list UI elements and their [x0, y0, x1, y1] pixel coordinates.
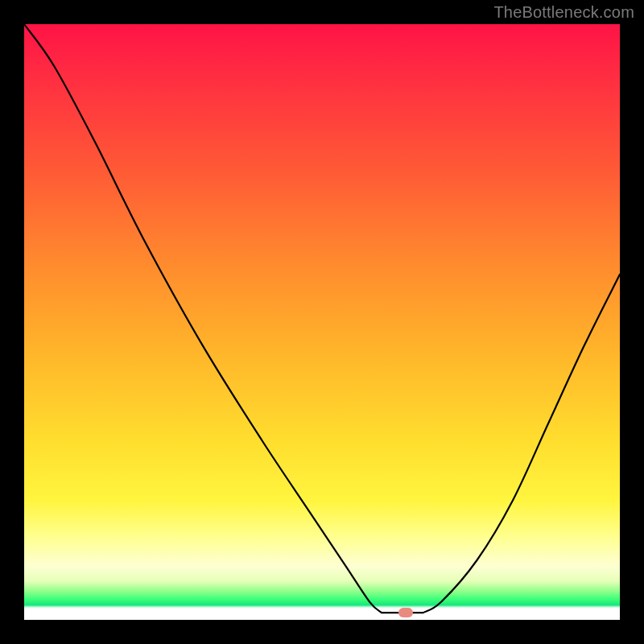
plot-area	[24, 24, 620, 620]
chart-frame: TheBottleneck.com	[0, 0, 644, 644]
optimal-point-marker	[398, 608, 413, 617]
bottleneck-curve	[24, 24, 620, 620]
watermark-text: TheBottleneck.com	[493, 3, 634, 22]
